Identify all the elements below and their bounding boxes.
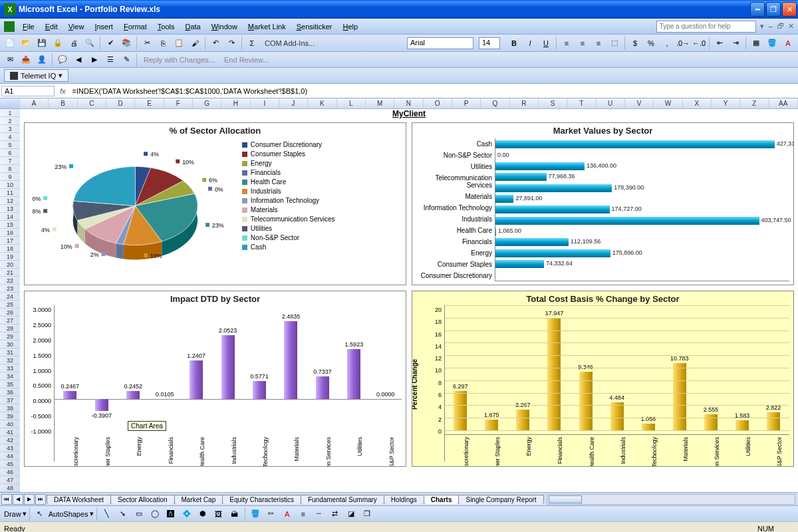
- sheet-tab-equity-characteristics[interactable]: Equity Characteristics: [222, 495, 301, 504]
- row-header[interactable]: 37: [0, 396, 20, 404]
- sheet-tab-market-cap[interactable]: Market Cap: [174, 495, 223, 504]
- spell-icon[interactable]: ✔: [103, 36, 118, 51]
- line-color-icon[interactable]: ✏: [264, 507, 279, 521]
- row-header[interactable]: 32: [0, 356, 20, 364]
- reply-changes-button[interactable]: Reply with Changes...: [140, 56, 219, 64]
- col-header[interactable]: M: [366, 98, 394, 108]
- row-header[interactable]: 38: [0, 404, 20, 412]
- row-header[interactable]: 1: [0, 109, 20, 117]
- row-header[interactable]: 29: [0, 332, 20, 340]
- sheet-tab-fundamental-summary[interactable]: Fundamental Summary: [301, 495, 384, 504]
- col-header[interactable]: E: [135, 98, 164, 108]
- bold-icon[interactable]: B: [507, 36, 521, 51]
- com-addins-button[interactable]: COM Add-Ins...: [261, 39, 319, 47]
- percent-icon[interactable]: %: [644, 36, 658, 51]
- row-header[interactable]: 25: [0, 301, 20, 309]
- col-header[interactable]: A: [20, 98, 49, 108]
- new-icon[interactable]: 📄: [3, 36, 17, 51]
- align-right-icon[interactable]: ≡: [591, 36, 606, 51]
- row-header[interactable]: 47: [0, 476, 20, 484]
- comment-icon[interactable]: 💬: [55, 53, 70, 67]
- font-color-icon[interactable]: A: [781, 36, 795, 51]
- col-header[interactable]: R: [510, 98, 539, 108]
- col-header[interactable]: C: [78, 98, 106, 108]
- menu-window[interactable]: Window: [206, 21, 243, 32]
- row-header[interactable]: 28: [0, 325, 20, 332]
- diagram-icon[interactable]: ⬢: [196, 507, 210, 521]
- col-header[interactable]: K: [308, 98, 336, 108]
- row-header[interactable]: 23: [0, 285, 20, 293]
- send-icon[interactable]: 📤: [19, 53, 33, 67]
- dec-indent-icon[interactable]: ⇤: [712, 36, 727, 51]
- cut-icon[interactable]: ✂: [140, 36, 154, 51]
- menu-view[interactable]: View: [63, 21, 90, 32]
- chart-pie-sector-allocation[interactable]: % of Sector Allocation 4%10%6%0%23%10%2%…: [24, 122, 406, 285]
- col-header[interactable]: L: [337, 98, 366, 108]
- autoshapes-menu[interactable]: AutoShapes: [49, 510, 88, 518]
- fill-color-icon[interactable]: 🪣: [765, 36, 779, 51]
- row-header[interactable]: 5: [0, 141, 20, 149]
- redo-icon[interactable]: ↷: [224, 36, 239, 51]
- chart-vbar-cost-basis[interactable]: Total Cost Basis % Change by Sector Perc…: [412, 291, 794, 467]
- menu-edit[interactable]: Edit: [40, 21, 63, 32]
- open-icon[interactable]: 📂: [19, 36, 33, 51]
- col-header[interactable]: I: [251, 98, 279, 108]
- col-header[interactable]: S: [539, 98, 567, 108]
- chart-vbar-impact-dtd[interactable]: Impact DTD by Sector 3.00002.50002.00001…: [24, 291, 406, 467]
- sheet-tab-holdings[interactable]: Holdings: [384, 495, 424, 504]
- font-name-input[interactable]: Arial: [407, 37, 473, 49]
- arrow-icon[interactable]: ➘: [116, 507, 130, 521]
- show-comment-icon[interactable]: ☰: [103, 53, 118, 67]
- line-icon[interactable]: ╲: [100, 507, 114, 521]
- telemet-button[interactable]: Telemet IQ ▾: [4, 69, 68, 82]
- row-header[interactable]: 43: [0, 444, 20, 452]
- row-header[interactable]: 6: [0, 149, 20, 157]
- row-header[interactable]: 48: [0, 484, 20, 492]
- col-header[interactable]: G: [193, 98, 221, 108]
- name-box[interactable]: A1: [1, 86, 55, 96]
- italic-icon[interactable]: I: [523, 36, 537, 51]
- col-header[interactable]: AA: [769, 98, 798, 108]
- row-header[interactable]: 34: [0, 372, 20, 380]
- row-header[interactable]: 8: [0, 165, 20, 173]
- col-header[interactable]: V: [625, 98, 654, 108]
- picture-icon[interactable]: 🏔: [227, 507, 242, 521]
- rectangle-icon[interactable]: ▭: [132, 507, 146, 521]
- row-header[interactable]: 27: [0, 317, 20, 325]
- menu-insert[interactable]: Insert: [89, 21, 118, 32]
- sheet-tab-single-company-report[interactable]: Single Company Report: [458, 495, 543, 504]
- col-header[interactable]: O: [424, 98, 452, 108]
- col-header[interactable]: Q: [481, 98, 509, 108]
- inc-decimal-icon[interactable]: .0→: [676, 36, 690, 51]
- help-search-input[interactable]: [656, 21, 756, 33]
- row-headers[interactable]: 1234567891011121314151617181920212223242…: [0, 109, 20, 492]
- ink-icon[interactable]: ✎: [119, 53, 134, 67]
- row-header[interactable]: 13: [0, 205, 20, 213]
- row-header[interactable]: 16: [0, 229, 20, 237]
- dash-style-icon[interactable]: ┄: [312, 507, 327, 521]
- row-header[interactable]: 31: [0, 348, 20, 356]
- row-header[interactable]: 19: [0, 253, 20, 261]
- row-header[interactable]: 9: [0, 173, 20, 181]
- font-color-icon[interactable]: A: [280, 507, 295, 521]
- menu-data[interactable]: Data: [180, 21, 205, 32]
- shadow-icon[interactable]: ◪: [344, 507, 358, 521]
- format-painter-icon[interactable]: 🖌: [188, 36, 202, 51]
- align-center-icon[interactable]: ≡: [575, 36, 590, 51]
- mail-icon[interactable]: ✉: [3, 53, 17, 67]
- tab-next-button[interactable]: ▶: [24, 494, 35, 505]
- clipart-icon[interactable]: 🖼: [211, 507, 226, 521]
- row-header[interactable]: 7: [0, 157, 20, 165]
- menu-tools[interactable]: Tools: [152, 21, 180, 32]
- col-header[interactable]: X: [683, 98, 712, 108]
- menu-market-link[interactable]: Market Link: [243, 21, 291, 32]
- tab-prev-button[interactable]: ◀: [13, 494, 23, 505]
- horizontal-scrollbar[interactable]: [547, 494, 795, 505]
- chart-hbar-market-values[interactable]: Market Values by Sector CashNon-S&P Sect…: [412, 122, 794, 285]
- undo-icon[interactable]: ↶: [208, 36, 223, 51]
- borders-icon[interactable]: ▦: [749, 36, 763, 51]
- col-header[interactable]: F: [164, 98, 193, 108]
- row-header[interactable]: 45: [0, 460, 20, 468]
- row-header[interactable]: 20: [0, 261, 20, 269]
- menu-file[interactable]: File: [17, 21, 40, 32]
